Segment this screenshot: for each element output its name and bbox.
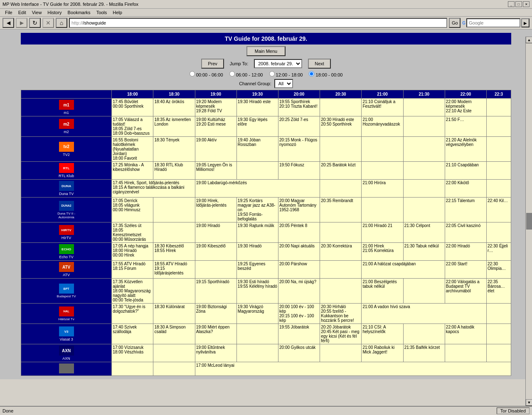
prog-link[interactable]: világunk	[124, 203, 140, 208]
prog-link[interactable]: Föld TV	[207, 109, 222, 113]
home-btn[interactable]: ⌂	[56, 18, 67, 28]
prog-link[interactable]: Modern képmesék	[196, 99, 222, 109]
prog-link[interactable]: Hírháló	[332, 304, 346, 309]
prog-link[interactable]: A flamenco találkozása a balkáni cigányz…	[113, 185, 184, 194]
prog-link[interactable]: Kibeszélő	[166, 244, 184, 248]
prog-link[interactable]: 100 év - 100 kép	[279, 314, 314, 323]
prog-link[interactable]: Tabuk nélkül	[416, 244, 439, 248]
prog-link[interactable]: Műsorzárás	[124, 237, 146, 242]
page-scrollbar[interactable]: ▲ ▼	[525, 37, 532, 379]
channel-group-select[interactable]: All	[274, 79, 293, 88]
prog-link[interactable]: Raboliuk ki Mick Jaggert!	[362, 345, 394, 354]
prog-link[interactable]: Favorit	[124, 156, 137, 161]
prog-link[interactable]: Napi aktuális	[291, 244, 315, 248]
prog-link[interactable]: Híradó	[458, 244, 470, 248]
prog-link[interactable]: Kil…	[499, 198, 508, 203]
prog-link[interactable]: Egy lépés előre	[238, 117, 268, 126]
prog-link[interactable]: Zöld 7-es	[124, 126, 142, 131]
prog-link[interactable]: Kikötő	[458, 180, 469, 185]
prog-link[interactable]: Bostoni halottkémek	[113, 138, 138, 147]
prog-link[interactable]: Párshow	[291, 262, 307, 266]
prog-link[interactable]: Tele-jósda	[124, 298, 143, 302]
prog-link[interactable]: Kortárs magyar jazz az A38-on	[238, 198, 276, 212]
prog-link[interactable]: Forrás-befoglalás	[238, 212, 263, 221]
prog-link[interactable]: Sporthírek	[291, 99, 310, 104]
prog-link[interactable]: A hatodik kapocs	[446, 325, 474, 334]
prog-link[interactable]: Fórum	[124, 266, 136, 271]
prog-link[interactable]: Válaszd a tudást!	[113, 117, 143, 126]
prog-link[interactable]: Időjárásjelentés	[154, 271, 183, 275]
prog-link[interactable]: Jóbarátok	[332, 325, 351, 329]
prog-link[interactable]: ATV Híradó	[166, 262, 187, 266]
restore-btn[interactable]: □	[515, 1, 522, 7]
prog-link[interactable]: Hozományvadászok	[362, 122, 400, 126]
prog-link[interactable]: Csinálljuk a Fesztivált!	[362, 99, 395, 109]
prog-link[interactable]: Híradó este	[332, 117, 354, 122]
prog-link[interactable]: Monk - Flúgos nyomozó	[279, 138, 317, 147]
menu-edit[interactable]: Edit	[16, 10, 29, 15]
prog-link[interactable]: Jóbarátok	[291, 325, 309, 329]
prog-link[interactable]: "Ugye én is dolgozhatok?"	[113, 304, 145, 314]
prog-link[interactable]: Rembrandt	[332, 198, 353, 203]
prog-link[interactable]: Tálentum	[457, 198, 475, 203]
prog-link[interactable]: Csapdában	[458, 163, 479, 167]
prog-link[interactable]: Fókusz	[291, 163, 304, 167]
prog-link[interactable]: Célpont	[416, 223, 430, 228]
forward-btn[interactable]: ▶	[16, 18, 27, 28]
prog-link[interactable]: Az örökös	[166, 99, 184, 104]
prog-link[interactable]: Híradó 21	[374, 223, 392, 228]
prog-link[interactable]: Szívek szállodája	[113, 325, 137, 334]
prog-link[interactable]: Korrektúra	[374, 248, 394, 253]
prog-link[interactable]: A nép hangja	[124, 244, 148, 248]
time-range-1218[interactable]: 12:00 - 18:00	[269, 72, 303, 77]
prog-link[interactable]: Híradó	[249, 244, 262, 248]
prog-link[interactable]: Aktív	[207, 138, 217, 142]
stop-btn[interactable]: ✕	[42, 18, 54, 28]
prog-link[interactable]: ATV Híradó	[124, 262, 146, 266]
next-btn[interactable]: Next	[308, 59, 331, 69]
prog-link[interactable]: Jóban Rosszban	[238, 138, 261, 147]
prog-link[interactable]: Válogatás a Budapest TV archívumából	[446, 279, 480, 293]
prev-btn[interactable]: Prev	[201, 59, 224, 69]
prog-link[interactable]: Híradó este	[249, 99, 271, 104]
scroll-thumb[interactable]	[526, 213, 532, 230]
prog-link[interactable]: Sporthírek	[332, 122, 352, 126]
search-input[interactable]	[466, 18, 520, 27]
date-select[interactable]: 2008. február 29.	[254, 59, 302, 68]
prog-link[interactable]: Híradó	[207, 223, 220, 228]
prog-link[interactable]: Vészhívás	[124, 350, 143, 354]
prog-link[interactable]: Zöld 7-es	[291, 117, 308, 122]
prog-link[interactable]: Rajtunk múlik	[249, 223, 274, 228]
menu-file[interactable]: File	[2, 10, 15, 15]
prog-link[interactable]: Tények	[166, 138, 180, 142]
go-btn[interactable]: Go	[449, 18, 461, 28]
time-range-0612[interactable]: 06:00 - 12:00	[229, 72, 263, 77]
prog-link[interactable]: Barátok közt	[332, 163, 356, 167]
prog-link[interactable]: Keresztmetszet	[113, 232, 141, 237]
reload-btn[interactable]: ↻	[29, 18, 41, 28]
prog-link[interactable]: Hírek	[124, 253, 134, 257]
menu-bookmarks[interactable]: Bookmarks	[65, 10, 93, 15]
prog-link[interactable]: Legyen Ön is Milliomos!	[196, 163, 232, 172]
prog-link[interactable]: Közvetlen ajánlat	[113, 279, 143, 289]
prog-link[interactable]: Hírek	[374, 244, 384, 248]
prog-link[interactable]: Korrektúra	[332, 244, 352, 248]
prog-link[interactable]: Vízizsaruk	[124, 345, 143, 350]
prog-link[interactable]: Civil kaszinó	[458, 223, 481, 228]
prog-link[interactable]: Az Este	[457, 109, 471, 113]
prog-link[interactable]: A vadon hívó szava	[374, 304, 410, 309]
prog-link[interactable]: F…	[458, 117, 464, 122]
prog-link[interactable]: Start!	[458, 262, 468, 266]
prog-link[interactable]: Balfék körzet	[416, 345, 440, 350]
prog-link[interactable]: Na, mi újság?	[291, 279, 316, 284]
time-range-0006[interactable]: 00:00 - 06:00	[190, 72, 223, 77]
prog-link[interactable]: Hírek, Időjárás-jelentés	[196, 198, 227, 208]
prog-link[interactable]: Kékfény híradó	[249, 284, 277, 289]
prog-link[interactable]: Széles út	[124, 223, 141, 228]
prog-link[interactable]: Bárosa… élet	[488, 284, 505, 293]
prog-link[interactable]: Virágzó Magyarország	[238, 304, 264, 314]
prog-link[interactable]: Az ismeretlen London	[154, 117, 191, 126]
prog-link[interactable]: Bűvölet	[124, 99, 138, 104]
prog-link[interactable]: Péntek 8	[291, 223, 307, 228]
prog-link[interactable]: Egyenes beszéd	[238, 262, 266, 271]
